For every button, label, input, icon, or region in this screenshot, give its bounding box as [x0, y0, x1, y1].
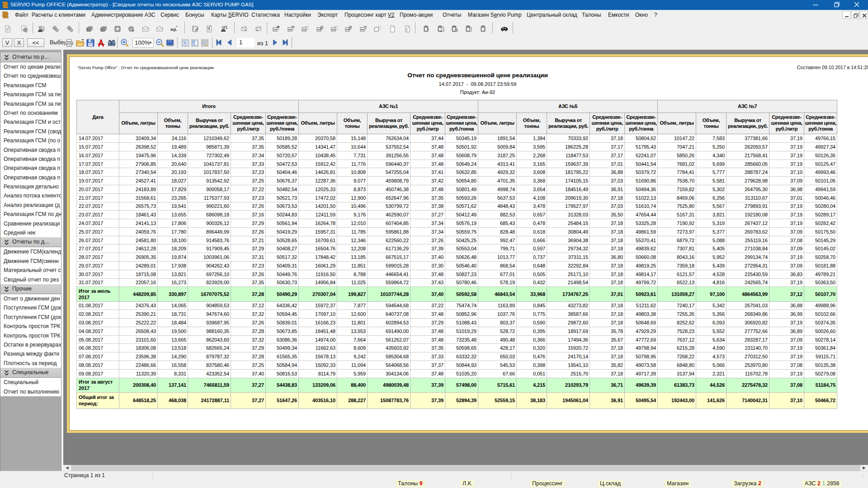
svg-text:?: ? [364, 25, 367, 29]
svg-text:SQL: SQL [170, 28, 177, 32]
